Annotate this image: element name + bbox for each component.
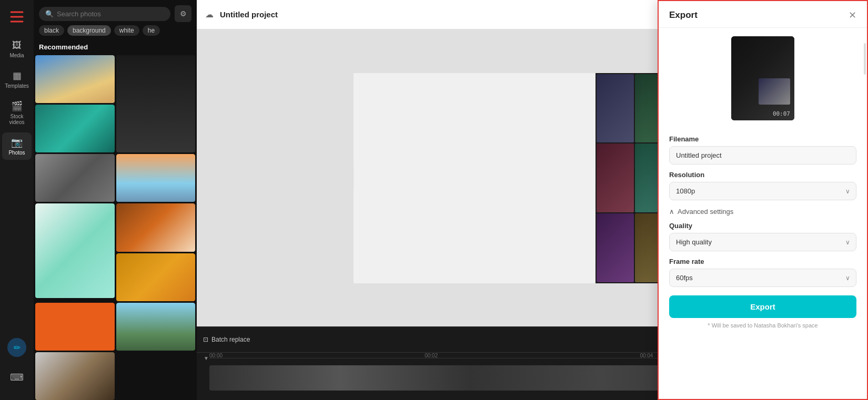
filename-input[interactable] <box>669 146 856 165</box>
export-thumb-time: 00:07 <box>773 110 790 117</box>
quality-label: Quality <box>669 222 856 230</box>
search-input-wrap[interactable]: 🔍 <box>39 7 170 21</box>
recommended-label: Recommended <box>34 40 197 55</box>
project-title[interactable]: Untitled project <box>220 10 278 19</box>
export-preview-thumbnail: 00:07 <box>731 36 794 120</box>
tag-background[interactable]: background <box>67 25 111 36</box>
photo-item[interactable] <box>116 55 196 152</box>
ruler-tick: 00:02 <box>425 353 438 358</box>
export-panel: Export ✕ 00:07 Filename Resolution 1080p… <box>658 0 868 400</box>
photo-item[interactable] <box>116 154 196 202</box>
photo-item[interactable] <box>35 105 115 152</box>
photo-item[interactable] <box>116 303 196 351</box>
logo[interactable] <box>6 6 27 27</box>
resolution-select-wrap: 1080p 720p 4K 480p ∨ <box>669 182 856 200</box>
export-preview-wrap: 00:07 <box>659 28 867 129</box>
sidebar-item-media[interactable]: 🖼 Media <box>2 36 32 63</box>
sidebar-item-label: Templates <box>5 83 29 89</box>
framerate-select[interactable]: 60fps 30fps 24fps <box>669 269 856 287</box>
export-footer-note: * Will be saved to Natasha Bokhari's spa… <box>669 322 856 329</box>
keyboard-icon: ⌨ <box>10 372 24 383</box>
advanced-settings-label: Advanced settings <box>678 208 733 216</box>
close-button[interactable]: ✕ <box>849 9 856 21</box>
export-big-button[interactable]: Export <box>669 295 856 318</box>
stock-videos-icon: 🎬 <box>11 100 23 112</box>
tag-more[interactable]: he <box>143 25 160 36</box>
filter-button[interactable]: ⚙ <box>175 5 191 22</box>
filter-icon: ⚙ <box>180 9 187 18</box>
photo-item[interactable] <box>35 303 115 351</box>
sidebar-item-keyboard[interactable]: ⌨ <box>2 367 32 387</box>
templates-icon: ▦ <box>13 70 22 81</box>
scrollbar[interactable] <box>864 43 866 75</box>
photo-item[interactable] <box>35 203 115 301</box>
photo-grid <box>34 55 197 400</box>
playhead-handle[interactable]: ▼ <box>204 355 209 361</box>
advanced-settings-toggle[interactable]: ∧ Advanced settings <box>669 208 856 216</box>
batch-replace-icon: ⊡ <box>203 336 208 343</box>
batch-replace-label: Batch replace <box>211 336 250 343</box>
resolution-label: Resolution <box>669 171 856 179</box>
video-grid-cell <box>597 213 634 282</box>
sidebar: 🖼 Media ▦ Templates 🎬 Stock videos 📷 Pho… <box>0 0 34 400</box>
photo-item[interactable] <box>35 154 115 202</box>
sidebar-item-edit[interactable]: ✏ <box>2 334 32 361</box>
media-panel: 🔍 ⚙ black background white he Recommende… <box>34 0 197 400</box>
quality-select-wrap: High quality Medium quality Low quality … <box>669 233 856 251</box>
photo-item[interactable] <box>116 203 196 251</box>
edit-icon: ✏ <box>7 338 26 357</box>
upload-icon[interactable]: ☁ <box>205 9 214 19</box>
tag-black[interactable]: black <box>39 25 64 36</box>
video-grid-cell <box>597 143 634 212</box>
sidebar-item-photos[interactable]: 📷 Photos <box>2 132 32 160</box>
photos-icon: 📷 <box>11 137 23 148</box>
ruler-tick: 00:00 <box>209 353 223 358</box>
export-thumb-image <box>759 78 790 105</box>
ruler-tick: 00:04 <box>640 353 653 358</box>
sidebar-item-stock-videos[interactable]: 🎬 Stock videos <box>2 96 32 129</box>
sidebar-item-templates[interactable]: ▦ Templates <box>2 66 32 93</box>
search-input[interactable] <box>57 10 164 18</box>
resolution-select[interactable]: 1080p 720p 4K 480p <box>669 182 856 200</box>
framerate-select-wrap: 60fps 30fps 24fps ∨ <box>669 269 856 287</box>
photo-item[interactable] <box>35 55 115 103</box>
photo-item[interactable] <box>116 253 196 301</box>
search-bar-row: 🔍 ⚙ <box>34 0 197 25</box>
sidebar-item-label: Photos <box>8 150 25 156</box>
sidebar-item-label: Media <box>9 53 24 58</box>
advanced-chevron-icon: ∧ <box>669 208 674 216</box>
video-grid-cell <box>597 74 634 143</box>
sidebar-item-label: Stock videos <box>5 114 28 125</box>
search-icon: 🔍 <box>45 10 54 18</box>
filename-label: Filename <box>669 135 856 143</box>
photo-item[interactable] <box>35 352 115 400</box>
tag-row: black background white he <box>34 25 197 40</box>
batch-replace-button[interactable]: ⊡ Batch replace <box>203 336 250 343</box>
export-title: Export <box>669 10 698 20</box>
tag-white[interactable]: white <box>114 25 139 36</box>
export-body: Filename Resolution 1080p 720p 4K 480p ∨… <box>659 129 867 399</box>
framerate-label: Frame rate <box>669 258 856 265</box>
export-header: Export ✕ <box>659 1 867 28</box>
quality-select[interactable]: High quality Medium quality Low quality <box>669 233 856 251</box>
media-icon: 🖼 <box>12 40 22 51</box>
